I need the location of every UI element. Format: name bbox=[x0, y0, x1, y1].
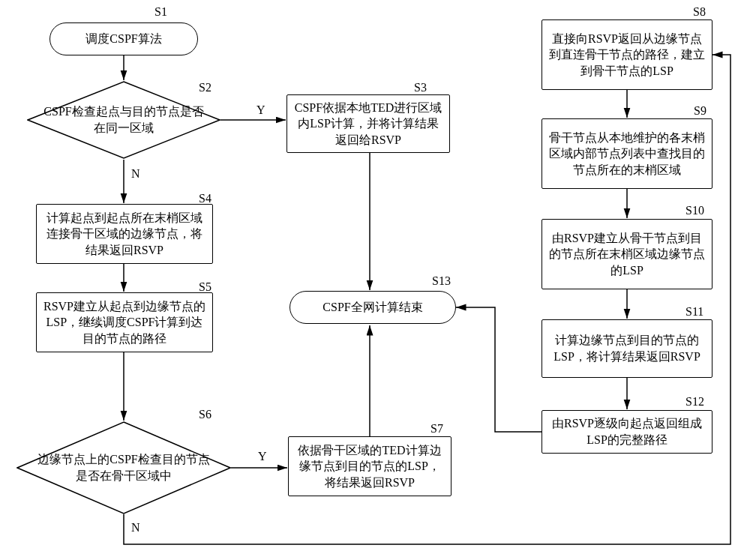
label-s10: S10 bbox=[686, 204, 704, 217]
edge-s2-y: Y bbox=[256, 103, 266, 117]
node-s2-text: CSPF检查起点与目的节点是否在同一区域 bbox=[41, 103, 206, 136]
node-s9: 骨干节点从本地维护的各末梢区域内部节点列表中查找目的节点所在的末梢区域 bbox=[542, 118, 712, 189]
label-s11: S11 bbox=[686, 305, 704, 319]
node-s13-text: CSPF全网计算结束 bbox=[322, 299, 422, 316]
node-s4-text: 计算起点到起点所在末梢区域连接骨干区域的边缘节点，将结果返回RSVP bbox=[43, 210, 206, 259]
node-s12: 由RSVP逐级向起点返回组成LSP的完整路径 bbox=[542, 410, 712, 454]
edge-s6-y: Y bbox=[258, 450, 267, 463]
node-s3: CSPF依据本地TED进行区域内LSP计算，并将计算结果返回给RSVP bbox=[286, 94, 450, 153]
node-s2: CSPF检查起点与目的节点是否在同一区域 bbox=[27, 81, 220, 159]
node-s1: 调度CSPF算法 bbox=[50, 22, 198, 55]
node-s10-text: 由RSVP建立从骨干节点到目的节点所在末梢区域边缘节点的LSP bbox=[548, 230, 706, 279]
label-s9: S9 bbox=[694, 104, 706, 118]
node-s5-text: RSVP建立从起点到边缘节点的LSP，继续调度CSPF计算到达目的节点的路径 bbox=[43, 298, 206, 347]
node-s9-text: 骨干节点从本地维护的各末梢区域内部节点列表中查找目的节点所在的末梢区域 bbox=[548, 130, 706, 178]
node-s8: 直接向RSVP返回从边缘节点到直连骨干节点的路径，建立到骨干节点的LSP bbox=[542, 19, 712, 90]
label-s13: S13 bbox=[432, 274, 451, 288]
node-s6-text: 边缘节点上的CSPF检查目的节点是否在骨干区域中 bbox=[32, 451, 214, 484]
label-s6: S6 bbox=[199, 408, 212, 421]
node-s13: CSPF全网计算结束 bbox=[290, 291, 456, 324]
node-s8-text: 直接向RSVP返回从边缘节点到直连骨干节点的路径，建立到骨干节点的LSP bbox=[548, 31, 706, 79]
node-s4: 计算起点到起点所在末梢区域连接骨干区域的边缘节点，将结果返回RSVP bbox=[36, 204, 213, 264]
node-s10: 由RSVP建立从骨干节点到目的节点所在末梢区域边缘节点的LSP bbox=[542, 219, 712, 289]
edge-s2-n: N bbox=[131, 167, 140, 181]
node-s1-text: 调度CSPF算法 bbox=[86, 31, 161, 47]
label-s8: S8 bbox=[693, 5, 706, 19]
label-s7: S7 bbox=[430, 422, 443, 436]
label-s3: S3 bbox=[414, 81, 427, 94]
node-s12-text: 由RSVP逐级向起点返回组成LSP的完整路径 bbox=[548, 415, 706, 448]
node-s11-text: 计算边缘节点到目的节点的LSP，将计算结果返回RSVP bbox=[548, 332, 706, 364]
node-s3-text: CSPF依据本地TED进行区域内LSP计算，并将计算结果返回给RSVP bbox=[293, 100, 443, 148]
node-s6: 边缘节点上的CSPF检查目的节点是否在骨干区域中 bbox=[16, 421, 231, 514]
node-s7: 依据骨干区域的TED计算边缘节点到目的节点的LSP，将结果返回RSVP bbox=[288, 436, 452, 496]
node-s5: RSVP建立从起点到边缘节点的LSP，继续调度CSPF计算到达目的节点的路径 bbox=[36, 292, 213, 352]
node-s7-text: 依据骨干区域的TED计算边缘节点到目的节点的LSP，将结果返回RSVP bbox=[295, 442, 445, 491]
label-s12: S12 bbox=[686, 395, 704, 409]
node-s11: 计算边缘节点到目的节点的LSP，将计算结果返回RSVP bbox=[542, 319, 712, 378]
label-s1: S1 bbox=[154, 5, 167, 19]
edge-s6-n: N bbox=[131, 521, 140, 535]
